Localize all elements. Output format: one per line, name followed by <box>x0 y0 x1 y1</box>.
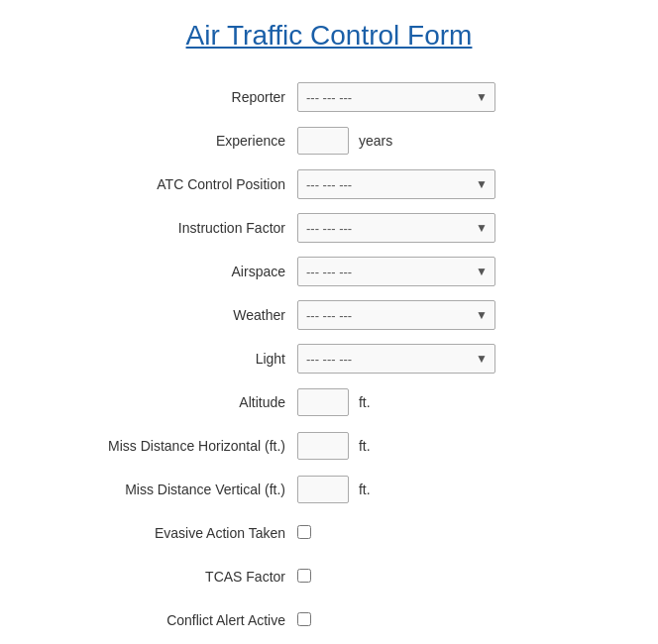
reporter-select-wrapper: --- --- --- ▼ <box>297 82 495 112</box>
weather-select[interactable]: --- --- --- <box>297 300 495 330</box>
instruction-factor-label: Instruction Factor <box>30 206 297 250</box>
instruction-factor-row: Instruction Factor --- --- --- ▼ <box>30 206 628 250</box>
light-label: Light <box>30 337 297 380</box>
atc-control-position-row: ATC Control Position --- --- --- ▼ <box>30 162 628 206</box>
atc-control-position-field: --- --- --- ▼ <box>297 162 628 206</box>
airspace-select-wrapper: --- --- --- ▼ <box>297 257 495 286</box>
weather-select-wrapper: --- --- --- ▼ <box>297 300 495 330</box>
tcas-factor-checkbox[interactable] <box>297 569 311 583</box>
evasive-action-taken-row: Evasive Action Taken <box>30 511 628 555</box>
weather-label: Weather <box>30 293 297 337</box>
miss-distance-horizontal-field: ft. <box>297 424 628 468</box>
tcas-factor-label: TCAS Factor <box>30 555 297 598</box>
miss-distance-vertical-input[interactable] <box>297 476 349 503</box>
altitude-input[interactable] <box>297 388 349 416</box>
experience-unit: years <box>359 133 392 149</box>
tcas-factor-row: TCAS Factor <box>30 555 628 598</box>
altitude-row: Altitude ft. <box>30 380 628 424</box>
altitude-label: Altitude <box>30 380 297 424</box>
conflict-alert-active-field <box>297 598 628 642</box>
reporter-row: Reporter --- --- --- ▼ <box>30 75 628 119</box>
conflict-alert-active-checkbox[interactable] <box>297 612 311 626</box>
instruction-factor-field: --- --- --- ▼ <box>297 206 628 250</box>
tcas-factor-field <box>297 555 628 598</box>
evasive-action-taken-field <box>297 511 628 555</box>
light-select-wrapper: --- --- --- ▼ <box>297 344 495 374</box>
miss-distance-horizontal-label: Miss Distance Horizontal (ft.) <box>30 424 297 468</box>
altitude-unit: ft. <box>359 394 371 410</box>
instruction-factor-select[interactable]: --- --- --- <box>297 213 495 243</box>
miss-distance-vertical-unit: ft. <box>359 482 371 497</box>
light-select[interactable]: --- --- --- <box>297 344 495 374</box>
miss-distance-vertical-row: Miss Distance Vertical (ft.) ft. <box>30 468 628 511</box>
airspace-select[interactable]: --- --- --- <box>297 257 495 286</box>
experience-label: Experience <box>30 119 297 162</box>
form-table: Reporter --- --- --- ▼ Experience years <box>30 75 628 642</box>
miss-distance-vertical-label: Miss Distance Vertical (ft.) <box>30 468 297 511</box>
altitude-field: ft. <box>297 380 628 424</box>
conflict-alert-active-label: Conflict Alert Active <box>30 598 297 642</box>
reporter-field: --- --- --- ▼ <box>297 75 628 119</box>
instruction-factor-select-wrapper: --- --- --- ▼ <box>297 213 495 243</box>
experience-row: Experience years <box>30 119 628 162</box>
evasive-action-taken-checkbox[interactable] <box>297 525 311 539</box>
light-row: Light --- --- --- ▼ <box>30 337 628 380</box>
light-field: --- --- --- ▼ <box>297 337 628 380</box>
page-container: Air Traffic Control Form Reporter --- --… <box>0 0 658 644</box>
reporter-label: Reporter <box>30 75 297 119</box>
atc-control-position-select[interactable]: --- --- --- <box>297 169 495 199</box>
airspace-field: --- --- --- ▼ <box>297 250 628 293</box>
atc-control-position-label: ATC Control Position <box>30 162 297 206</box>
page-title: Air Traffic Control Form <box>30 20 628 52</box>
airspace-label: Airspace <box>30 250 297 293</box>
miss-distance-horizontal-row: Miss Distance Horizontal (ft.) ft. <box>30 424 628 468</box>
miss-distance-horizontal-unit: ft. <box>359 438 371 454</box>
miss-distance-horizontal-input[interactable] <box>297 432 349 460</box>
experience-input[interactable] <box>297 127 349 155</box>
weather-field: --- --- --- ▼ <box>297 293 628 337</box>
weather-row: Weather --- --- --- ▼ <box>30 293 628 337</box>
airspace-row: Airspace --- --- --- ▼ <box>30 250 628 293</box>
conflict-alert-active-row: Conflict Alert Active <box>30 598 628 642</box>
evasive-action-taken-label: Evasive Action Taken <box>30 511 297 555</box>
atc-control-position-select-wrapper: --- --- --- ▼ <box>297 169 495 199</box>
experience-field: years <box>297 119 628 162</box>
page-title-link: Air Traffic Control Form <box>186 20 473 51</box>
reporter-select[interactable]: --- --- --- <box>297 82 495 112</box>
miss-distance-vertical-field: ft. <box>297 468 628 511</box>
